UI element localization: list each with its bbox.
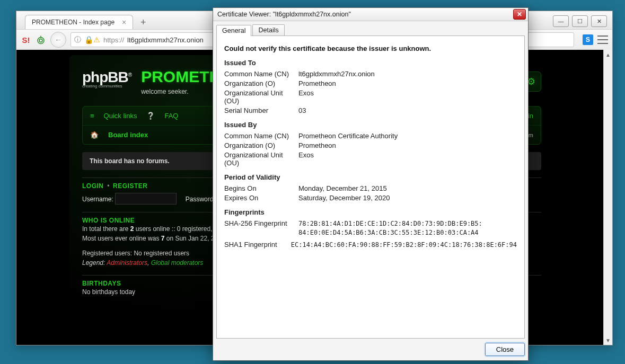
board-index-link[interactable]: Board index bbox=[108, 131, 148, 139]
phpbb-logo: phpBB® bbox=[82, 69, 131, 85]
label-o: Organization (O) bbox=[224, 79, 298, 87]
legend-admins[interactable]: Administrators bbox=[107, 259, 147, 267]
registered-users: Registered users: No registered users bbox=[82, 250, 189, 257]
help-icon: ❔ bbox=[146, 112, 155, 120]
new-tab-button[interactable]: + bbox=[137, 16, 149, 28]
menu-icon[interactable] bbox=[597, 35, 608, 44]
login-heading: LOGIN bbox=[82, 182, 104, 190]
onion-icon[interactable] bbox=[36, 34, 46, 45]
url-host: lt6gpldxmmxh27nx.onion bbox=[127, 36, 204, 44]
label-expires: Expires On bbox=[224, 194, 298, 202]
issued-by-heading: Issued By bbox=[224, 121, 517, 129]
label-cn: Common Name (CN) bbox=[224, 70, 298, 78]
issued-to-ou: Exos bbox=[298, 89, 517, 105]
faq-link[interactable]: FAQ bbox=[164, 112, 178, 120]
label-sha1: SHA1 Fingerprint bbox=[224, 241, 291, 250]
issued-to-serial: 03 bbox=[298, 106, 517, 114]
cert-warning: Could not verify this certificate becaus… bbox=[224, 45, 517, 52]
svg-point-1 bbox=[39, 39, 42, 42]
legend-mods[interactable]: Global moderators bbox=[151, 259, 204, 267]
hamburger-icon[interactable]: ≡ bbox=[90, 112, 94, 120]
username-input[interactable] bbox=[115, 193, 177, 205]
sha256-fingerprint: 78:2B:81:4A:D1:DE:CE:1D:C2:84:D0:73:9D:D… bbox=[298, 219, 517, 237]
username-label: Username: bbox=[82, 196, 113, 203]
close-icon[interactable]: × bbox=[122, 18, 126, 26]
certificate-body: Could not verify this certificate becaus… bbox=[216, 35, 525, 339]
password-label: Password: bbox=[186, 196, 215, 203]
register-heading[interactable]: REGISTER bbox=[113, 182, 147, 190]
issued-to-o: Prometheon bbox=[298, 79, 517, 87]
close-button[interactable]: Close bbox=[485, 343, 525, 356]
window-maximize-button[interactable]: ☐ bbox=[572, 15, 588, 27]
svg-point-0 bbox=[38, 38, 44, 44]
quick-links[interactable]: Quick links bbox=[104, 112, 137, 120]
dialog-close-button[interactable]: ✕ bbox=[513, 9, 526, 20]
issued-to-heading: Issued To bbox=[224, 59, 517, 67]
label-ou: Organizational Unit (OU) bbox=[224, 89, 298, 105]
label-begins: Begins On bbox=[224, 184, 298, 192]
validity-begins: Monday, December 21, 2015 bbox=[298, 184, 517, 192]
scroll-down-icon[interactable]: ▼ bbox=[604, 335, 612, 345]
url-scheme: https:// bbox=[103, 36, 124, 44]
home-icon: 🏠 bbox=[90, 131, 99, 139]
lock-warning-icon: 🔒⚠ bbox=[84, 35, 100, 44]
dialog-titlebar[interactable]: Certificate Viewer: "lt6gpldxmmxh27nx.on… bbox=[213, 8, 528, 21]
tab-general[interactable]: General bbox=[216, 25, 251, 36]
label-serial: Serial Number bbox=[224, 106, 298, 114]
extension-icon[interactable]: S! bbox=[21, 34, 31, 45]
window-close-button[interactable]: ✕ bbox=[591, 15, 607, 27]
issued-by-o: Prometheon bbox=[298, 141, 517, 149]
back-button[interactable]: ← bbox=[50, 32, 66, 48]
sha1-fingerprint: EC:14:A4:BC:60:FA:90:88:FF:59:B2:8F:09:4… bbox=[291, 241, 517, 250]
issued-to-cn: lt6gpldxmmxh27nx.onion bbox=[298, 70, 517, 78]
dialog-title: Certificate Viewer: "lt6gpldxmmxh27nx.on… bbox=[217, 11, 351, 18]
scrollbar[interactable]: ▲ ▼ bbox=[603, 50, 612, 345]
validity-heading: Period of Validity bbox=[224, 173, 517, 181]
tab-details[interactable]: Details bbox=[252, 24, 284, 35]
legend-label: Legend: bbox=[82, 259, 107, 267]
window-minimize-button[interactable]: — bbox=[553, 15, 569, 27]
issued-by-ou: Exos bbox=[298, 151, 517, 167]
browser-tab[interactable]: PROMETHEON - Index page × bbox=[25, 15, 133, 29]
fingerprints-heading: Fingerprints bbox=[224, 208, 517, 216]
label-sha256: SHA-256 Fingerprint bbox=[224, 219, 298, 237]
scroll-up-icon[interactable]: ▲ bbox=[604, 50, 612, 59]
validity-expires: Saturday, December 19, 2020 bbox=[298, 194, 517, 202]
tab-title: PROMETHEON - Index page bbox=[32, 19, 115, 26]
info-icon: ⓘ bbox=[74, 35, 81, 45]
issued-by-cn: Prometheon Certificate Authority bbox=[298, 132, 517, 140]
certificate-dialog: Certificate Viewer: "lt6gpldxmmxh27nx.on… bbox=[213, 7, 529, 361]
extension-s-icon[interactable]: S bbox=[583, 34, 593, 45]
